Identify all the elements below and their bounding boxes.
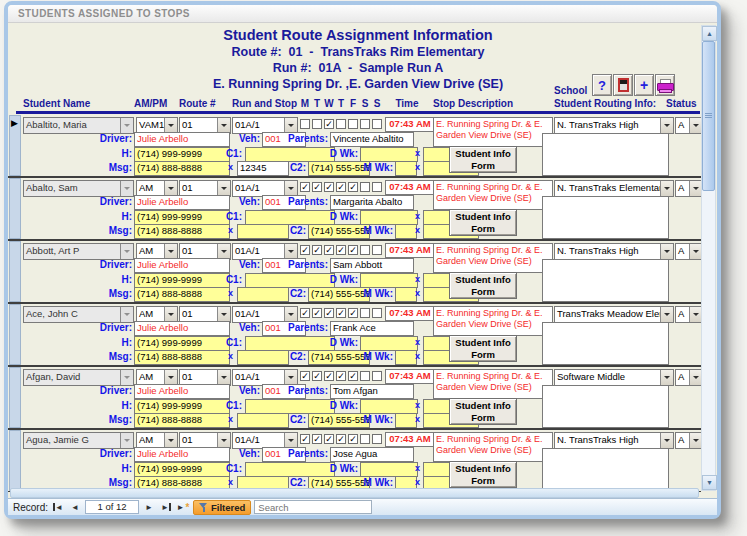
student-info-form-button[interactable]: Student Info Form [449, 335, 517, 362]
student-info-form-button[interactable]: Student Info Form [449, 461, 517, 488]
day-checkbox-thu[interactable]: ✓ [336, 245, 346, 255]
chevron-down-icon[interactable] [689, 118, 701, 133]
day-checkbox-thu[interactable]: ✓ [336, 308, 346, 318]
search-input[interactable] [254, 500, 372, 514]
cell2-field[interactable]: (714) 555-5555 [308, 287, 370, 302]
driver-field[interactable]: Julie Arbello [134, 384, 230, 399]
message-phone-field[interactable]: (714) 888-8888 [134, 350, 230, 365]
student-name-field[interactable]: Abbott, Art P [23, 243, 134, 260]
pickup-time-field[interactable]: 07:43 AM [385, 180, 435, 195]
stop-description-field[interactable]: E. Running Spring Dr. & E. Garden View D… [433, 180, 553, 210]
status-combo[interactable]: A [675, 432, 701, 449]
calculator-button[interactable] [613, 74, 633, 96]
day-checkbox-fri[interactable]: ✓ [348, 434, 358, 444]
driver-field[interactable]: Julie Arbello [134, 132, 230, 147]
day-checkbox-wed[interactable]: ✓ [324, 308, 334, 318]
school-notes-box[interactable] [542, 259, 669, 302]
day-checkbox-wed[interactable]: ✓ [324, 371, 334, 381]
pickup-time-field[interactable]: 07:43 AM [385, 117, 435, 132]
add-record-button[interactable]: + [634, 74, 654, 96]
vertical-scrollbar[interactable]: ▲ ▼ [701, 25, 716, 491]
day-checkbox-wed[interactable]: ✓ [324, 434, 334, 444]
student-info-form-button[interactable]: Student Info Form [449, 146, 517, 173]
parents-field[interactable]: Margarita Abalto [330, 195, 414, 210]
mom-work-field[interactable] [395, 350, 417, 365]
chevron-down-icon[interactable] [217, 307, 230, 322]
help-button[interactable]: ? [592, 74, 612, 96]
school-combo[interactable]: Software Middle [554, 369, 674, 386]
dad-work-field[interactable] [360, 399, 418, 414]
new-record-button[interactable]: ►* [176, 501, 190, 513]
mom-work-field[interactable] [395, 413, 417, 428]
cell1-field[interactable] [245, 462, 335, 477]
day-checkbox-sat[interactable] [360, 371, 370, 381]
chevron-down-icon[interactable] [217, 118, 230, 133]
message-ext-field[interactable] [237, 350, 289, 365]
driver-field[interactable]: Julie Arbello [134, 321, 230, 336]
scroll-up-button[interactable]: ▲ [702, 26, 717, 41]
day-checkbox-mon[interactable]: ✓ [300, 371, 310, 381]
day-checkbox-sun[interactable] [372, 119, 382, 129]
day-checkbox-mon[interactable]: ✓ [300, 308, 310, 318]
parents-field[interactable]: Tom Afgan [330, 384, 414, 399]
driver-field[interactable]: Julie Arbello [134, 447, 230, 462]
dad-work-field[interactable] [360, 273, 418, 288]
chevron-down-icon[interactable] [164, 118, 177, 133]
print-button[interactable] [655, 74, 675, 96]
chevron-down-icon[interactable] [284, 244, 297, 259]
dad-work-field[interactable] [360, 147, 418, 162]
day-checkbox-fri[interactable]: ✓ [348, 371, 358, 381]
day-checkbox-sun[interactable] [372, 182, 382, 192]
cell2-field[interactable]: (714) 555-5555 [308, 413, 370, 428]
next-record-button[interactable]: ► [142, 501, 156, 513]
chevron-down-icon[interactable] [217, 244, 230, 259]
dad-work-field[interactable] [360, 210, 418, 225]
day-checkbox-tue[interactable]: ✓ [312, 245, 322, 255]
cell2-field[interactable]: (714) 555-5555 [308, 161, 370, 176]
driver-field[interactable]: Julie Arbello [134, 258, 230, 273]
day-checkbox-sun[interactable] [372, 434, 382, 444]
pickup-time-field[interactable]: 07:43 AM [385, 306, 435, 321]
day-checkbox-sun[interactable] [372, 245, 382, 255]
day-checkbox-thu[interactable]: ✓ [336, 371, 346, 381]
driver-field[interactable]: Julie Arbello [134, 195, 230, 210]
scrollbar-thumb[interactable] [702, 41, 715, 191]
scroll-down-button[interactable]: ▼ [702, 475, 717, 490]
day-checkbox-thu[interactable]: ✓ [336, 182, 346, 192]
chevron-down-icon[interactable] [284, 118, 297, 133]
mom-work-field[interactable] [395, 161, 417, 176]
home-phone-field[interactable]: (714) 999-9999 [134, 147, 230, 162]
status-combo[interactable]: A [675, 243, 701, 260]
mom-work-field[interactable] [395, 224, 417, 239]
chevron-down-icon[interactable] [164, 244, 177, 259]
chevron-down-icon[interactable] [217, 370, 230, 385]
school-combo[interactable]: N. TransTraks High [554, 117, 674, 134]
first-record-button[interactable]: ◄ [51, 501, 65, 513]
message-ext-field[interactable] [237, 224, 289, 239]
message-phone-field[interactable]: (714) 888-8888 [134, 224, 230, 239]
chevron-down-icon[interactable] [217, 181, 230, 196]
chevron-down-icon[interactable] [284, 370, 297, 385]
day-checkbox-tue[interactable]: ✓ [312, 182, 322, 192]
student-info-form-button[interactable]: Student Info Form [449, 209, 517, 236]
parents-field[interactable]: Frank Ace [330, 321, 414, 336]
pickup-time-field[interactable]: 07:43 AM [385, 243, 435, 258]
chevron-down-icon[interactable] [217, 433, 230, 448]
home-phone-field[interactable]: (714) 999-9999 [134, 399, 230, 414]
dad-work-field[interactable] [360, 462, 418, 477]
chevron-down-icon[interactable] [689, 244, 701, 259]
record-selector[interactable] [9, 367, 21, 428]
message-ext-field[interactable] [237, 413, 289, 428]
chevron-down-icon[interactable] [164, 370, 177, 385]
parents-field[interactable]: Sam Abbott [330, 258, 414, 273]
day-checkbox-wed[interactable]: ✓ [324, 245, 334, 255]
school-combo[interactable]: N. TransTraks High [554, 243, 674, 260]
day-checkbox-tue[interactable]: ✓ [312, 434, 322, 444]
message-ext-field[interactable] [237, 287, 289, 302]
day-checkbox-wed[interactable]: ✓ [324, 182, 334, 192]
day-checkbox-fri[interactable] [348, 119, 358, 129]
school-notes-box[interactable] [542, 385, 669, 428]
cell1-field[interactable] [245, 210, 335, 225]
day-checkbox-sat[interactable] [360, 182, 370, 192]
day-checkbox-fri[interactable]: ✓ [348, 182, 358, 192]
